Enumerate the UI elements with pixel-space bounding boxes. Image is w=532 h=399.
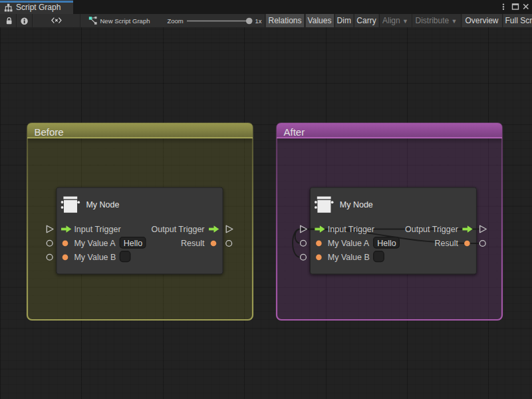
svg-text:Input Trigger: Input Trigger (74, 225, 120, 234)
svg-text:Result: Result (434, 239, 458, 248)
svg-text:My Node: My Node (340, 200, 373, 209)
svg-text:Result: Result (181, 239, 205, 248)
svg-text:My Value A: My Value A (74, 239, 116, 248)
svg-text:My Value B: My Value B (74, 253, 116, 262)
svg-text:My Value A: My Value A (328, 239, 370, 248)
svg-text:My Value B: My Value B (328, 253, 370, 262)
svg-text:Output Trigger: Output Trigger (405, 225, 458, 234)
svg-text:My Node: My Node (86, 200, 119, 209)
svg-text:Hello: Hello (377, 239, 396, 248)
svg-text:Before: Before (35, 126, 64, 138)
svg-text:Input Trigger: Input Trigger (328, 225, 374, 234)
svg-text:After: After (284, 126, 305, 138)
svg-text:Hello: Hello (124, 239, 143, 248)
svg-text:Output Trigger: Output Trigger (152, 225, 205, 234)
